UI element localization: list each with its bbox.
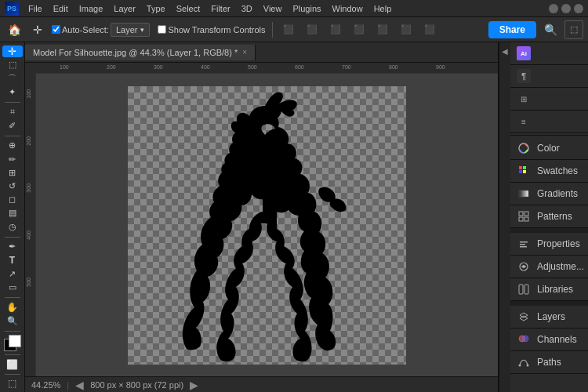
auto-select-checkbox[interactable]: [52, 25, 60, 34]
search-button[interactable]: 🔍: [541, 20, 560, 39]
color-icon: [517, 141, 531, 155]
menu-file[interactable]: File: [24, 2, 47, 15]
zoom-level: 44.25%: [31, 380, 60, 390]
panel-paths[interactable]: Paths: [510, 351, 588, 374]
panel-patterns-label: Patterns: [537, 211, 572, 222]
panel-paths-label: Paths: [537, 357, 561, 368]
menu-plugins[interactable]: Plugins: [288, 2, 325, 15]
panel-type-section[interactable]: ¶: [510, 65, 588, 88]
status-prev[interactable]: ◀: [75, 379, 84, 391]
tab-title: Model For Silhouette.jpg @ 44.3% (Layer …: [33, 48, 238, 57]
svg-point-22: [527, 365, 529, 367]
pen-tool[interactable]: ✒: [2, 241, 23, 252]
share-button[interactable]: Share: [488, 21, 536, 38]
panel-grid-section[interactable]: ⊞: [510, 88, 588, 111]
panel-ai-section[interactable]: Ai: [510, 42, 588, 65]
zoom-tool[interactable]: 🔍: [2, 315, 23, 327]
paths-icon: [517, 355, 531, 369]
menu-filter[interactable]: Filter: [206, 2, 234, 15]
panel-libraries-label: Libraries: [537, 284, 573, 295]
rect-select-tool[interactable]: ⬚: [2, 59, 23, 71]
eyedropper-tool[interactable]: ✐: [2, 120, 23, 132]
menu-view[interactable]: View: [259, 2, 287, 15]
align-center-h-icon[interactable]: ⬛: [303, 20, 321, 39]
channels-icon: [517, 332, 531, 347]
panel-adjustments-label: Adjustme...: [537, 261, 584, 272]
distribute-icon[interactable]: ⬛: [420, 20, 439, 39]
panel-layers[interactable]: Layers: [510, 306, 588, 328]
brush-tool[interactable]: ✏: [2, 154, 23, 165]
history-brush-tool[interactable]: ↺: [2, 180, 23, 192]
tab-close-button[interactable]: ×: [242, 48, 247, 56]
eraser-tool[interactable]: ◻: [2, 194, 23, 205]
home-icon[interactable]: 🏠: [5, 20, 24, 39]
left-toolbar: ✛ ⬚ ⌒ ✦ ⌗ ✐ ⊕ ✏ ⊞ ↺ ◻ ▤ ◷ ✒ T ↗ ▭ ✋ 🔍 ⬜ …: [0, 42, 25, 392]
layer-dropdown[interactable]: Layer ▾: [111, 23, 151, 37]
panel-gradients[interactable]: Gradients: [510, 183, 588, 205]
type-icon: ¶: [517, 69, 531, 83]
menu-3d[interactable]: 3D: [237, 2, 257, 15]
svg-rect-7: [524, 212, 528, 216]
align-right-icon[interactable]: ⬛: [326, 20, 345, 39]
align-left-icon[interactable]: ⬛: [279, 20, 298, 39]
workspace-button[interactable]: ⬚: [564, 20, 583, 39]
menu-edit[interactable]: Edit: [49, 2, 73, 15]
dodge-tool[interactable]: ◷: [2, 221, 23, 233]
menu-help[interactable]: Help: [369, 2, 397, 15]
shape-tool[interactable]: ▭: [2, 281, 23, 293]
panel-color[interactable]: Color: [510, 137, 588, 160]
minimize-button[interactable]: [549, 4, 558, 13]
maximize-button[interactable]: [561, 4, 571, 13]
panel-properties[interactable]: Properties: [510, 233, 588, 256]
magic-wand-tool[interactable]: ✦: [2, 86, 23, 98]
hand-tool[interactable]: ✋: [2, 302, 23, 314]
canvas-viewport[interactable]: [36, 74, 498, 376]
svg-point-20: [522, 336, 528, 342]
panel-channels[interactable]: Channels: [510, 328, 588, 351]
crop-tool[interactable]: ⌗: [2, 106, 23, 118]
panel-channels-label: Channels: [537, 334, 577, 345]
align-top-icon[interactable]: ⬛: [350, 20, 368, 39]
text-tool[interactable]: T: [2, 255, 23, 267]
stamp-tool[interactable]: ⊞: [2, 167, 23, 179]
canvas-area: Model For Silhouette.jpg @ 44.3% (Layer …: [25, 42, 498, 392]
panel-swatches[interactable]: Swatches: [510, 160, 588, 183]
menu-layer[interactable]: Layer: [109, 2, 140, 15]
patterns-icon: [517, 209, 531, 223]
svg-rect-5: [519, 191, 528, 197]
svg-rect-15: [519, 285, 523, 294]
canvas-checkerboard[interactable]: [128, 86, 406, 365]
path-select-tool[interactable]: ↗: [2, 268, 23, 280]
lasso-tool[interactable]: ⌒: [2, 72, 23, 84]
close-button[interactable]: [574, 4, 583, 13]
gradient-tool[interactable]: ▤: [2, 207, 23, 219]
horizontal-ruler: 100 200 300 400 500 600 700 800 900: [36, 63, 498, 74]
menu-type[interactable]: Type: [142, 2, 170, 15]
status-next[interactable]: ▶: [190, 379, 198, 391]
properties-icon: [517, 237, 531, 251]
grid2-icon: ⊞: [517, 92, 531, 106]
panel-patterns[interactable]: Patterns: [510, 205, 588, 228]
adjustments-icon: [517, 260, 531, 274]
collapse-strip-icon[interactable]: ◀: [499, 45, 510, 56]
document-tab[interactable]: Model For Silhouette.jpg @ 44.3% (Layer …: [25, 45, 256, 60]
panel-libraries[interactable]: Libraries: [510, 278, 588, 301]
svg-rect-9: [524, 217, 528, 221]
auto-select-label: Auto-Select:: [62, 25, 109, 34]
align-bottom-icon[interactable]: ⬛: [397, 20, 416, 39]
menu-image[interactable]: Image: [74, 2, 108, 15]
panel-adjust-icon-section[interactable]: ≡: [510, 111, 588, 133]
screen-mode-icon[interactable]: ⬚: [5, 378, 20, 389]
move-tool[interactable]: ✛: [2, 45, 23, 57]
move-tool-options[interactable]: ✛: [28, 20, 47, 39]
quick-mask-icon[interactable]: ⬜: [5, 359, 20, 370]
align-center-v-icon[interactable]: ⬛: [373, 20, 392, 39]
menu-select[interactable]: Select: [172, 2, 205, 15]
foreground-background-colors[interactable]: [2, 337, 23, 349]
background-color[interactable]: [9, 335, 21, 347]
transform-controls-checkbox[interactable]: [158, 25, 166, 34]
panel-adjustments[interactable]: Adjustme...: [510, 256, 588, 278]
status-separator: |: [67, 380, 69, 390]
menu-window[interactable]: Window: [328, 2, 368, 15]
heal-tool[interactable]: ⊕: [2, 140, 23, 151]
